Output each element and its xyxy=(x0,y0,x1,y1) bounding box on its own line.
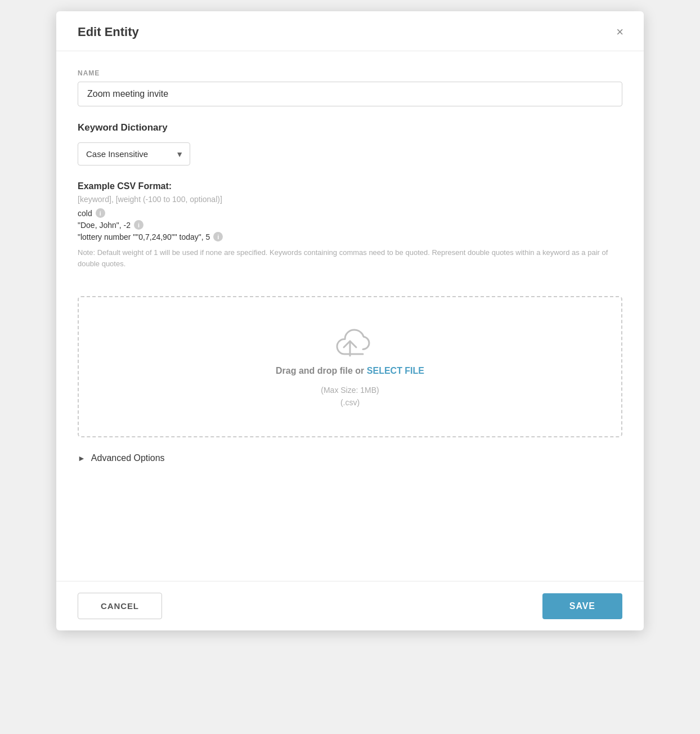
info-icon-1[interactable]: i xyxy=(96,208,105,218)
csv-example-1: cold i xyxy=(78,208,622,218)
upload-file-type: (.csv) xyxy=(321,396,379,409)
upload-zone[interactable]: Drag and drop file or SELECT FILE (Max S… xyxy=(78,296,622,437)
csv-example-1-text: cold xyxy=(78,209,92,218)
keyword-dictionary-select[interactable]: Case Insensitive Case Sensitive xyxy=(78,142,190,165)
keyword-dictionary-label: Keyword Dictionary xyxy=(78,122,622,133)
info-icon-3[interactable]: i xyxy=(213,232,223,241)
csv-example-3-text: "lottery number ""0,7,24,90"" today", 5 xyxy=(78,232,210,241)
name-label: NAME xyxy=(78,69,622,77)
cloud-upload-icon xyxy=(327,324,373,358)
close-button[interactable]: × xyxy=(614,24,626,41)
csv-example-2-text: "Doe, John", -2 xyxy=(78,221,131,230)
advanced-options[interactable]: ► Advanced Options xyxy=(78,453,622,463)
advanced-options-label: Advanced Options xyxy=(91,453,165,463)
select-file-link[interactable]: SELECT FILE xyxy=(367,366,424,375)
upload-meta: (Max Size: 1MB) (.csv) xyxy=(321,384,379,409)
modal-footer: CANCEL SAVE xyxy=(56,581,644,630)
csv-format-subtitle: [keyword], [weight (-100 to 100, optiona… xyxy=(78,195,622,204)
cancel-button[interactable]: CANCEL xyxy=(78,593,162,619)
keyword-dictionary-select-wrapper: Case Insensitive Case Sensitive ▼ xyxy=(78,142,190,165)
csv-format-title: Example CSV Format: xyxy=(78,181,622,191)
chevron-right-icon: ► xyxy=(78,454,86,463)
csv-format-section: Example CSV Format: [keyword], [weight (… xyxy=(78,181,622,283)
csv-example-2: "Doe, John", -2 i xyxy=(78,220,622,230)
modal-header: Edit Entity × xyxy=(56,11,644,51)
upload-max-size: (Max Size: 1MB) xyxy=(321,384,379,396)
name-input[interactable] xyxy=(78,82,622,106)
drag-drop-text: Drag and drop file or xyxy=(276,366,367,375)
edit-entity-modal: Edit Entity × NAME Keyword Dictionary Ca… xyxy=(56,11,644,630)
modal-title: Edit Entity xyxy=(78,25,139,39)
info-icon-2[interactable]: i xyxy=(134,220,143,230)
save-button[interactable]: SAVE xyxy=(542,593,622,619)
modal-body: NAME Keyword Dictionary Case Insensitive… xyxy=(56,51,644,581)
csv-example-3: "lottery number ""0,7,24,90"" today", 5 … xyxy=(78,232,622,241)
csv-note: Note: Default weight of 1 will be used i… xyxy=(78,247,622,269)
upload-text: Drag and drop file or SELECT FILE xyxy=(276,366,424,376)
